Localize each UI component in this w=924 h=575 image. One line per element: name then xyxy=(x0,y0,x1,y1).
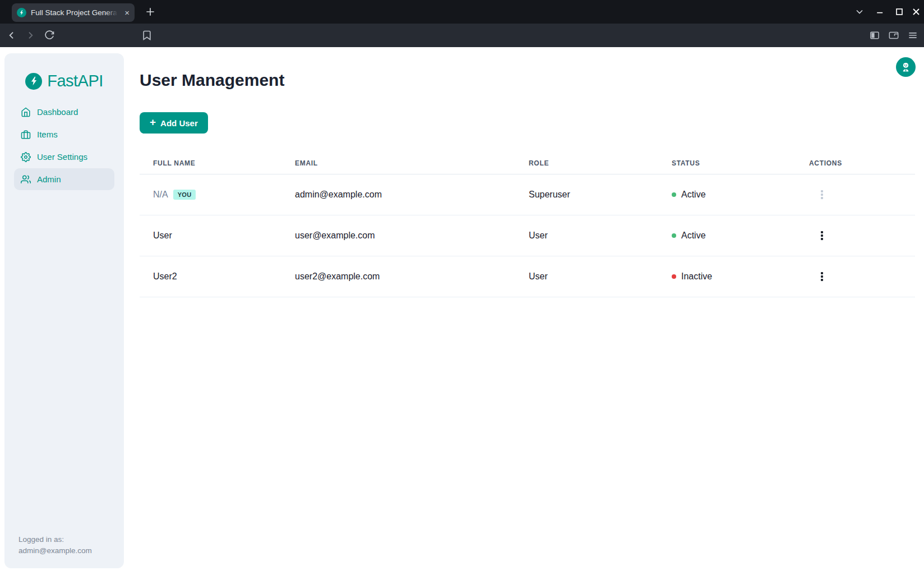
row-actions-menu-disabled xyxy=(819,190,825,199)
column-header-full-name: FULL NAME xyxy=(140,159,281,167)
cell-email: user2@example.com xyxy=(281,272,515,282)
logo-text: FastAPI xyxy=(47,72,103,90)
tab-search-chevron-icon[interactable] xyxy=(854,6,865,20)
sidebar-item-items[interactable]: Items xyxy=(14,123,114,145)
cell-role: Superuser xyxy=(515,190,658,200)
cell-status: Active xyxy=(681,231,706,241)
add-user-label: Add User xyxy=(160,118,198,128)
logged-in-footer: Logged in as: admin@example.com xyxy=(4,534,124,568)
users-table: FULL NAME EMAIL ROLE STATUS ACTIONS N/AY… xyxy=(140,152,915,297)
cell-status: Active xyxy=(681,190,706,200)
new-tab-button[interactable] xyxy=(143,4,158,19)
table-row: User user@example.com User Active xyxy=(140,215,915,256)
briefcase-icon xyxy=(21,130,31,140)
browser-tab[interactable]: Full Stack Project Genera × xyxy=(12,3,135,22)
column-header-actions: ACTIONS xyxy=(796,159,915,167)
add-user-button[interactable]: + Add User xyxy=(140,112,208,134)
cell-full-name: User2 xyxy=(140,272,281,282)
cell-role: User xyxy=(515,231,658,241)
status-dot-active xyxy=(672,233,676,238)
bookmark-icon[interactable] xyxy=(141,30,153,43)
home-icon xyxy=(21,107,31,117)
table-row: User2 user2@example.com User Inactive xyxy=(140,256,915,297)
sidebar: FastAPI Dashboard Items User Settings xyxy=(4,53,124,568)
users-icon xyxy=(21,174,31,185)
table-row: N/AYOU admin@example.com Superuser Activ… xyxy=(140,174,915,215)
sidebar-menu: Dashboard Items User Settings Admin xyxy=(14,101,114,191)
sidebar-item-admin[interactable]: Admin xyxy=(14,168,114,190)
sidebar-panel-icon[interactable] xyxy=(869,30,880,41)
page-title: User Management xyxy=(140,71,284,90)
cell-full-name: N/A xyxy=(153,190,168,200)
logged-in-label: Logged in as: xyxy=(19,534,110,545)
fastapi-logo: FastAPI xyxy=(25,72,103,90)
gear-icon xyxy=(21,152,31,162)
row-actions-menu[interactable] xyxy=(819,231,825,240)
window-minimize-button[interactable] xyxy=(875,6,886,20)
tab-close-icon[interactable]: × xyxy=(124,8,130,17)
menu-hamburger-icon[interactable] xyxy=(907,30,918,41)
status-dot-inactive xyxy=(672,274,676,279)
tab-strip: Full Stack Project Genera × xyxy=(0,0,924,24)
table-header-row: FULL NAME EMAIL ROLE STATUS ACTIONS xyxy=(140,152,915,174)
logged-in-email: admin@example.com xyxy=(19,545,110,556)
forward-button[interactable] xyxy=(25,30,36,43)
browser-window: Full Stack Project Genera × xyxy=(0,0,924,575)
cell-email: user@example.com xyxy=(281,231,515,241)
wallet-icon[interactable] xyxy=(888,30,899,41)
sidebar-item-label: Admin xyxy=(37,174,61,184)
sidebar-item-label: User Settings xyxy=(37,152,87,162)
user-avatar-button[interactable] xyxy=(896,57,916,77)
sidebar-item-label: Dashboard xyxy=(37,107,78,117)
fastapi-bolt-icon xyxy=(25,73,42,90)
cell-email: admin@example.com xyxy=(281,190,515,200)
sidebar-item-dashboard[interactable]: Dashboard xyxy=(14,101,114,123)
column-header-email: EMAIL xyxy=(281,159,515,167)
sidebar-item-user-settings[interactable]: User Settings xyxy=(14,146,114,168)
row-actions-menu[interactable] xyxy=(819,272,825,281)
status-dot-active xyxy=(672,192,676,197)
cell-status: Inactive xyxy=(681,272,712,282)
tab-title: Full Stack Project Genera xyxy=(31,8,120,17)
you-badge: YOU xyxy=(173,190,196,200)
column-header-status: STATUS xyxy=(658,159,796,167)
astronaut-user-icon xyxy=(900,61,912,73)
cell-full-name: User xyxy=(140,231,281,241)
plus-icon: + xyxy=(150,116,156,128)
fastapi-favicon-icon xyxy=(17,8,26,17)
column-header-role: ROLE xyxy=(515,159,658,167)
window-maximize-button[interactable] xyxy=(894,6,905,20)
back-button[interactable] xyxy=(6,30,17,43)
cell-role: User xyxy=(515,272,658,282)
app-content: FastAPI Dashboard Items User Settings xyxy=(0,47,924,575)
sidebar-item-label: Items xyxy=(37,130,58,139)
browser-navbar: localhost/admin 1 xyxy=(0,24,924,47)
window-close-button[interactable] xyxy=(911,6,922,20)
reload-button[interactable] xyxy=(44,30,55,43)
